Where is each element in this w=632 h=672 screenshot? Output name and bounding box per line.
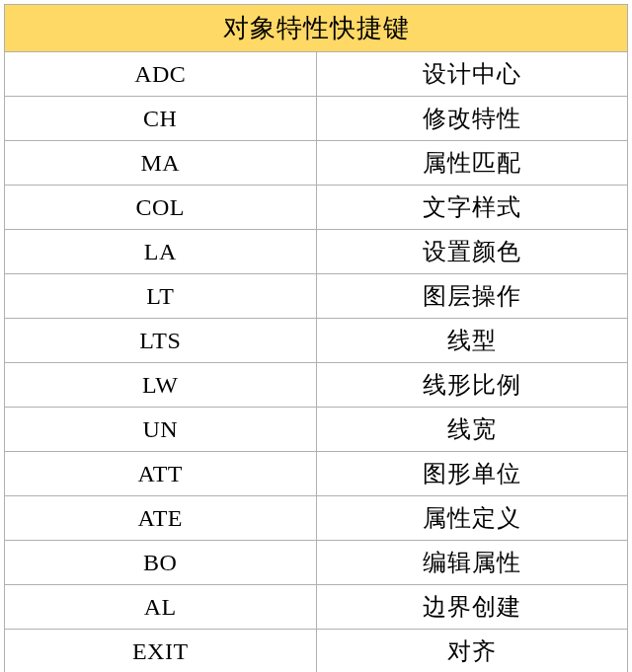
description-cell: 图形单位 (316, 452, 628, 496)
table-row: UN线宽 (5, 408, 628, 452)
shortcut-cell: COL (5, 186, 317, 230)
shortcut-cell: LW (5, 363, 317, 408)
description-cell: 线宽 (316, 408, 628, 452)
shortcut-cell: CH (5, 97, 317, 141)
shortcut-cell: ATE (5, 496, 317, 541)
table-row: ATE属性定义 (5, 496, 628, 541)
description-cell: 对齐 (316, 630, 628, 673)
description-cell: 线形比例 (316, 363, 628, 408)
table-row: LA设置颜色 (5, 230, 628, 274)
description-cell: 线型 (316, 319, 628, 363)
description-cell: 设计中心 (316, 52, 628, 97)
description-cell: 图层操作 (316, 274, 628, 319)
table-row: ATT图形单位 (5, 452, 628, 496)
table-header-row: 对象特性快捷键 (5, 5, 628, 52)
table-row: CH修改特性 (5, 97, 628, 141)
shortcut-cell: LTS (5, 319, 317, 363)
description-cell: 编辑属性 (316, 541, 628, 585)
description-cell: 修改特性 (316, 97, 628, 141)
shortcut-cell: UN (5, 408, 317, 452)
table-row: LW线形比例 (5, 363, 628, 408)
description-cell: 属性匹配 (316, 141, 628, 186)
description-cell: 属性定义 (316, 496, 628, 541)
description-cell: 边界创建 (316, 585, 628, 630)
shortcut-cell: EXIT (5, 630, 317, 673)
table-title: 对象特性快捷键 (5, 5, 628, 52)
table-row: LT图层操作 (5, 274, 628, 319)
table-row: BO编辑属性 (5, 541, 628, 585)
description-cell: 设置颜色 (316, 230, 628, 274)
shortcut-cell: AL (5, 585, 317, 630)
shortcut-cell: ADC (5, 52, 317, 97)
shortcut-cell: BO (5, 541, 317, 585)
shortcut-cell: LA (5, 230, 317, 274)
shortcut-table: 对象特性快捷键 ADC设计中心CH修改特性MA属性匹配COL文字样式LA设置颜色… (4, 4, 628, 672)
shortcut-cell: MA (5, 141, 317, 186)
table-row: ADC设计中心 (5, 52, 628, 97)
shortcut-cell: LT (5, 274, 317, 319)
table-row: LTS线型 (5, 319, 628, 363)
table-row: MA属性匹配 (5, 141, 628, 186)
description-cell: 文字样式 (316, 186, 628, 230)
table-row: AL边界创建 (5, 585, 628, 630)
shortcut-cell: ATT (5, 452, 317, 496)
table-row: EXIT对齐 (5, 630, 628, 673)
table-row: COL文字样式 (5, 186, 628, 230)
